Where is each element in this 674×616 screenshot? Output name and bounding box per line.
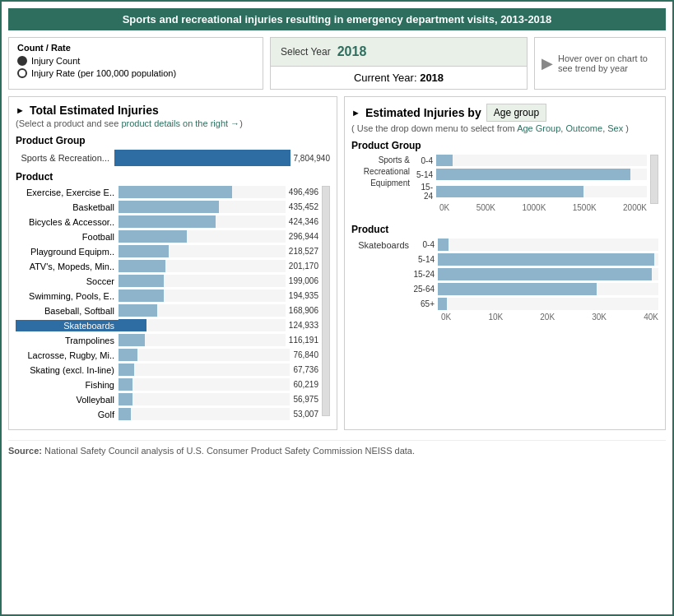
product-row[interactable]: Skateboards124,933 <box>16 319 318 331</box>
product-row[interactable]: Bicycles & Accessor..424,346 <box>16 215 318 228</box>
product-bar-fill <box>119 245 169 257</box>
axis-tick: 0K <box>439 203 449 212</box>
prod-axis-tick: 20K <box>540 313 555 322</box>
product-row[interactable]: Lacrosse, Rugby, Mi..76,840 <box>16 349 318 361</box>
radio1-label: Injury Count <box>31 56 80 66</box>
pg-scrollbar[interactable] <box>650 155 658 204</box>
product-details-link[interactable]: product details on the right → <box>121 118 239 128</box>
source-row: Source: National Safety Council analysis… <box>8 440 666 456</box>
page-title: Sports and recreational injuries resulti… <box>8 8 666 30</box>
current-year-row: Current Year: 2018 <box>271 67 527 89</box>
age-group-dropdown[interactable]: Age group <box>486 104 546 122</box>
product-label: Trampolines <box>16 336 119 345</box>
product-row[interactable]: Volleyball56,975 <box>16 393 318 405</box>
pg-bar-fill <box>436 169 630 180</box>
right-product-label: Product <box>351 224 658 235</box>
pg-bar-fill <box>436 186 583 197</box>
pg-age-label: 15-24 <box>413 183 436 201</box>
product-row[interactable]: Baseball, Softball168,906 <box>16 304 318 317</box>
prod-age-label: 65+ <box>413 299 438 308</box>
pg-bar-wrap <box>436 169 647 180</box>
play-icon: ► <box>16 105 25 115</box>
source-text: National Safety Council analysis of U.S.… <box>44 446 415 456</box>
product-group-bar-fill <box>114 150 291 166</box>
product-bar-wrap <box>119 334 286 346</box>
count-rate-box: Count / Rate Injury Count Injury Rate (p… <box>8 37 263 90</box>
prod-bar-fill <box>438 268 652 280</box>
product-bar-wrap <box>119 364 290 376</box>
select-year-box: Select Year 2018 Current Year: 2018 <box>270 37 528 90</box>
product-row[interactable]: Exercise, Exercise E..496,496 <box>16 186 318 198</box>
left-panel-title: Total Estimated Injuries <box>30 104 159 117</box>
product-row[interactable]: Trampolines116,191 <box>16 334 318 346</box>
product-label: ATV's, Mopeds, Min.. <box>16 262 119 271</box>
product-bar-wrap <box>119 230 286 243</box>
product-bar-wrap <box>119 378 290 391</box>
outcome-link[interactable]: Outcome <box>565 123 602 133</box>
product-row[interactable]: Football296,944 <box>16 230 318 243</box>
product-label: Volleyball <box>16 395 119 405</box>
product-row[interactable]: Playground Equipm..218,527 <box>16 245 318 257</box>
source-label: Source: <box>8 446 44 456</box>
product-group-bar-row[interactable]: Sports & Recreation... 7,804,940 <box>16 150 330 166</box>
pg-chart-wrap: Sports &RecreationalEquipment0-45-1415-2… <box>351 155 658 219</box>
product-value: 116,191 <box>289 336 318 345</box>
product-bar-fill <box>119 215 216 228</box>
product-value: 296,944 <box>289 232 318 241</box>
product-label: Skating (excl. In-line) <box>16 365 119 375</box>
product-row[interactable]: Golf53,007 <box>16 408 318 420</box>
prod-axis-tick: 30K <box>592 313 607 322</box>
product-bar-fill <box>119 408 131 420</box>
right-panel-title: Estimated Injuries by <box>365 106 481 119</box>
product-row[interactable]: Fishing60,219 <box>16 378 318 391</box>
injury-rate-radio[interactable]: Injury Rate (per 100,000 population) <box>17 68 254 78</box>
product-label: Soccer <box>16 276 119 286</box>
hover-hint-text: Hover over on chart to see trend by year <box>558 53 658 73</box>
product-label: Fishing <box>16 380 119 390</box>
product-bar-fill <box>119 186 232 198</box>
product-value: 435,452 <box>289 202 318 211</box>
product-row[interactable]: Basketball435,452 <box>16 201 318 213</box>
product-section-label: Product <box>16 171 330 183</box>
pg-bar-fill <box>436 155 453 166</box>
prod-bar-fill <box>438 298 447 310</box>
prod-axis-tick: 10K <box>488 313 503 322</box>
prod-age-label: 0-4 <box>413 240 438 249</box>
pg-axis: 0K500K1000K1500K2000K <box>439 203 647 212</box>
prod-name-col: Skateboards <box>351 239 413 253</box>
prod-axis: 0K10K20K30K40K <box>441 313 658 322</box>
radio-empty-icon <box>17 68 27 78</box>
product-row[interactable]: Skating (excl. In-line)67,736 <box>16 364 318 376</box>
sex-link[interactable]: Sex <box>607 123 623 133</box>
product-bar-wrap <box>119 349 290 361</box>
axis-tick: 2000K <box>623 203 647 212</box>
right-panel: ► Estimated Injuries by Age group ( Use … <box>344 96 666 430</box>
product-row[interactable]: ATV's, Mopeds, Min..201,170 <box>16 260 318 272</box>
age-group-link[interactable]: Age Group <box>517 123 560 133</box>
prod-bar-wrap <box>438 239 658 251</box>
prod-age-label: 5-14 <box>413 255 438 264</box>
pg-bar-wrap <box>436 155 647 166</box>
count-rate-label: Count / Rate <box>17 43 254 53</box>
product-bars-area: Skateboards0-45-1415-2425-6465+0K10K20K3… <box>351 239 658 322</box>
product-value: 60,219 <box>293 380 318 389</box>
product-group-value: 7,804,940 <box>294 154 331 163</box>
scrollbar[interactable] <box>322 186 330 416</box>
product-label: Football <box>16 232 119 242</box>
axis-tick: 1500K <box>573 203 597 212</box>
product-value: 53,007 <box>293 410 318 419</box>
product-row[interactable]: Swimming, Pools, E..194,935 <box>16 289 318 302</box>
product-bar-wrap <box>119 186 286 198</box>
product-bar-fill <box>119 230 187 243</box>
left-panel: ► Total Estimated Injuries (Select a pro… <box>8 96 337 430</box>
product-bar-fill <box>119 334 145 346</box>
pg-name-col: Sports &RecreationalEquipment <box>351 155 413 189</box>
product-row[interactable]: Soccer199,006 <box>16 275 318 287</box>
prod-bar-wrap <box>438 298 658 310</box>
injury-count-radio[interactable]: Injury Count <box>17 56 254 66</box>
radio2-label: Injury Rate (per 100,000 population) <box>31 68 176 78</box>
year-value[interactable]: 2018 <box>337 44 367 59</box>
product-bar-wrap <box>119 408 290 420</box>
pg-bar-wrap <box>436 186 647 197</box>
product-value: 67,736 <box>293 365 318 374</box>
